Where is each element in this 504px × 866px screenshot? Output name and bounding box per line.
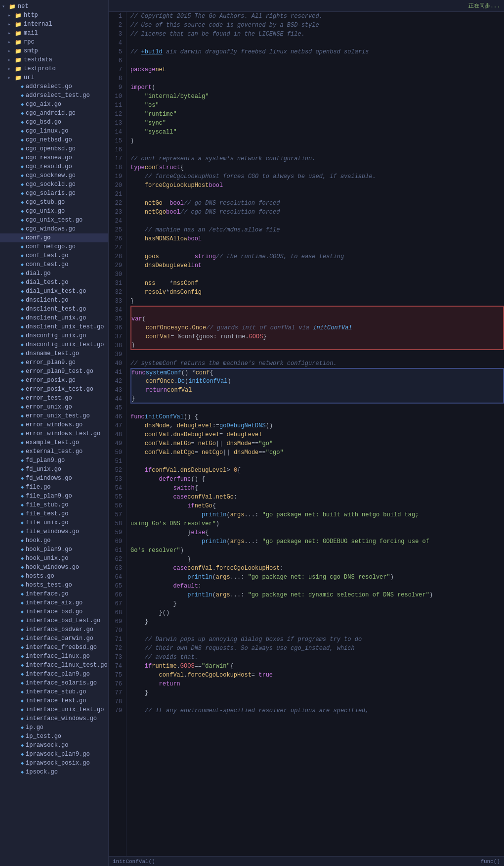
sidebar-item-hosts.go[interactable]: ◆hosts.go [0, 572, 108, 581]
sidebar-item-http[interactable]: ▸📁http [0, 11, 108, 20]
code-area[interactable]: 1234567891011121314151617181920212223242… [109, 12, 504, 856]
sidebar-item-addrselect.go[interactable]: ◆addrselect.go [0, 82, 108, 91]
go-file-icon: ◆ [21, 547, 24, 552]
sidebar-item-interface_darwin.go[interactable]: ◆interface_darwin.go [0, 634, 108, 643]
sidebar-item-dnsclient_test.go[interactable]: ◆dnsclient_test.go [0, 305, 108, 314]
sidebar-item-cgo_linux.go[interactable]: ◆cgo_linux.go [0, 127, 108, 136]
sidebar-item-error_plan9_test.go[interactable]: ◆error_plan9_test.go [0, 367, 108, 376]
sidebar-item-conn_test.go[interactable]: ◆conn_test.go [0, 260, 108, 269]
sidebar-item-interface_unix_test.go[interactable]: ◆interface_unix_test.go [0, 705, 108, 714]
sidebar-item-interface_aix.go[interactable]: ◆interface_aix.go [0, 598, 108, 607]
sidebar-item-hook_plan9.go[interactable]: ◆hook_plan9.go [0, 545, 108, 554]
sidebar-item-cgo_solaris.go[interactable]: ◆cgo_solaris.go [0, 189, 108, 198]
sidebar-item-interface_solaris.go[interactable]: ◆interface_solaris.go [0, 679, 108, 687]
sidebar-item-example_test.go[interactable]: ◆example_test.go [0, 438, 108, 447]
sidebar-item-dial.go[interactable]: ◆dial.go [0, 269, 108, 278]
sidebar-item-conf.go[interactable]: ◆conf.go [0, 233, 108, 242]
sidebar-item-textproto[interactable]: ▸📁textproto [0, 64, 108, 73]
sidebar-item-iprawsock_plan9.go[interactable]: ◆iprawsock_plan9.go [0, 750, 108, 759]
sidebar-item-conf_netcgo.go[interactable]: ◆conf_netcgo.go [0, 242, 108, 251]
sidebar-item-dnsclient_unix_test.go[interactable]: ◆dnsclient_unix_test.go [0, 322, 108, 331]
sidebar-item-cgo_resnew.go[interactable]: ◆cgo_resnew.go [0, 153, 108, 162]
sidebar-item-iprawsock_posix.go[interactable]: ◆iprawsock_posix.go [0, 759, 108, 768]
sidebar-item-cgo_unix.go[interactable]: ◆cgo_unix.go [0, 207, 108, 216]
sidebar-item-error_posix.go[interactable]: ◆error_posix.go [0, 376, 108, 385]
sidebar-item-interface_plan9.go[interactable]: ◆interface_plan9.go [0, 670, 108, 679]
sidebar-item-smtp[interactable]: ▸📁smtp [0, 46, 108, 55]
sidebar-item-cgo_netbsd.go[interactable]: ◆cgo_netbsd.go [0, 136, 108, 144]
sidebar-item-dnsconfig_unix.go[interactable]: ◆dnsconfig_unix.go [0, 331, 108, 340]
code-line: confVal.netGo = netGo || dnsMode == "go" [130, 439, 504, 448]
sidebar-item-cgo_sockold.go[interactable]: ◆cgo_sockold.go [0, 180, 108, 189]
sidebar-item-file_windows.go[interactable]: ◆file_windows.go [0, 527, 108, 536]
sidebar-item-file_plan9.go[interactable]: ◆file_plan9.go [0, 492, 108, 501]
sidebar-item-file_test.go[interactable]: ◆file_test.go [0, 509, 108, 518]
sidebar-item-external_test.go[interactable]: ◆external_test.go [0, 447, 108, 456]
sidebar-item-error_windows_test.go[interactable]: ◆error_windows_test.go [0, 429, 108, 438]
sidebar-item-net-root[interactable]: ▾📁net [0, 2, 108, 11]
sidebar-item-cgo_android.go[interactable]: ◆cgo_android.go [0, 109, 108, 118]
code-line: println(args...: "go package net: using … [130, 573, 504, 582]
sidebar-item-dnsclient.go[interactable]: ◆dnsclient.go [0, 296, 108, 305]
sidebar-item-rpc[interactable]: ▸📁rpc [0, 38, 108, 46]
sidebar-item-interface_bsd.go[interactable]: ◆interface_bsd.go [0, 607, 108, 616]
sidebar-item-dnsconfig_unix_test.go[interactable]: ◆dnsconfig_unix_test.go [0, 340, 108, 349]
sidebar-item-ip.go[interactable]: ◆ip.go [0, 723, 108, 732]
sidebar-item-error_test.go[interactable]: ◆error_test.go [0, 394, 108, 403]
sidebar-item-dnsname_test.go[interactable]: ◆dnsname_test.go [0, 349, 108, 358]
sidebar-item-interface_bsd_test.go[interactable]: ◆interface_bsd_test.go [0, 616, 108, 625]
sidebar-item-mail[interactable]: ▸📁mail [0, 29, 108, 38]
sidebar-item-addrselect_test.go[interactable]: ◆addrselect_test.go [0, 91, 108, 100]
sidebar-item-dial_test.go[interactable]: ◆dial_test.go [0, 278, 108, 287]
sidebar-item-cgo_bsd.go[interactable]: ◆cgo_bsd.go [0, 118, 108, 127]
sidebar-item-interface_linux_test.go[interactable]: ◆interface_linux_test.go [0, 661, 108, 670]
sidebar-item-internal[interactable]: ▸📁internal [0, 20, 108, 29]
sidebar-item-interface_stub.go[interactable]: ◆interface_stub.go [0, 687, 108, 696]
sidebar-item-cgo_aix.go[interactable]: ◆cgo_aix.go [0, 100, 108, 109]
sidebar-item-interface_freebsd.go[interactable]: ◆interface_freebsd.go [0, 643, 108, 652]
sidebar-item-file_unix.go[interactable]: ◆file_unix.go [0, 518, 108, 527]
sidebar-item-hook.go[interactable]: ◆hook.go [0, 536, 108, 545]
sidebar-item-ipsock.go[interactable]: ◆ipsock.go [0, 768, 108, 776]
sidebar-item-dial_unix_test.go[interactable]: ◆dial_unix_test.go [0, 287, 108, 296]
sidebar-item-hook_windows.go[interactable]: ◆hook_windows.go [0, 563, 108, 572]
code-line: package net [130, 65, 504, 74]
sidebar-item-interface_linux.go[interactable]: ◆interface_linux.go [0, 652, 108, 661]
sidebar-label: cgo_solaris.go [26, 190, 76, 197]
sidebar-item-cgo_resold.go[interactable]: ◆cgo_resold.go [0, 162, 108, 171]
sidebar-item-ip_test.go[interactable]: ◆ip_test.go [0, 732, 108, 741]
sidebar-item-cgo_socknew.go[interactable]: ◆cgo_socknew.go [0, 171, 108, 180]
sidebar-item-error_plan9.go[interactable]: ◆error_plan9.go [0, 358, 108, 367]
arrow-icon: ▸ [8, 30, 14, 36]
sidebar-item-fd_plan9.go[interactable]: ◆fd_plan9.go [0, 456, 108, 465]
code-line: println(args...: "go package net: dynami… [130, 591, 504, 599]
sidebar-item-file.go[interactable]: ◆file.go [0, 483, 108, 492]
sidebar-item-fd_windows.go[interactable]: ◆fd_windows.go [0, 474, 108, 483]
sidebar-item-dnsclient_unix.go[interactable]: ◆dnsclient_unix.go [0, 314, 108, 322]
sidebar-item-interface_windows.go[interactable]: ◆interface_windows.go [0, 714, 108, 723]
sidebar-item-hosts_test.go[interactable]: ◆hosts_test.go [0, 581, 108, 590]
code-content[interactable]: // Copyright 2015 The Go Authors. All ri… [126, 12, 504, 856]
sidebar-item-fd_unix.go[interactable]: ◆fd_unix.go [0, 465, 108, 474]
sidebar-item-error_unix.go[interactable]: ◆error_unix.go [0, 403, 108, 411]
go-file-icon: ◆ [21, 644, 24, 650]
sidebar-item-file_stub.go[interactable]: ◆file_stub.go [0, 501, 108, 509]
sidebar-item-error_unix_test.go[interactable]: ◆error_unix_test.go [0, 411, 108, 420]
sidebar-item-conf_test.go[interactable]: ◆conf_test.go [0, 251, 108, 260]
sidebar-item-cgo_windows.go[interactable]: ◆cgo_windows.go [0, 225, 108, 233]
sidebar-item-error_posix_test.go[interactable]: ◆error_posix_test.go [0, 385, 108, 394]
code-line: } [130, 555, 504, 564]
sidebar-label: cgo_sockold.go [26, 181, 76, 188]
sidebar-item-hook_unix.go[interactable]: ◆hook_unix.go [0, 554, 108, 563]
sidebar-item-testdata[interactable]: ▸📁testdata [0, 55, 108, 64]
sidebar-item-iprawsock.go[interactable]: ◆iprawsock.go [0, 741, 108, 750]
sidebar-item-cgo_unix_test.go[interactable]: ◆cgo_unix_test.go [0, 216, 108, 225]
sidebar-item-url[interactable]: ▸📁url [0, 73, 108, 82]
sidebar-item-cgo_stub.go[interactable]: ◆cgo_stub.go [0, 198, 108, 207]
sidebar-label: textproto [24, 65, 56, 72]
sidebar-item-interface_test.go[interactable]: ◆interface_test.go [0, 696, 108, 705]
sidebar-item-interface_bsdvar.go[interactable]: ◆interface_bsdvar.go [0, 625, 108, 634]
sidebar-item-interface.go[interactable]: ◆interface.go [0, 590, 108, 598]
sidebar-item-error_windows.go[interactable]: ◆error_windows.go [0, 420, 108, 429]
sidebar-item-cgo_openbsd.go[interactable]: ◆cgo_openbsd.go [0, 144, 108, 153]
